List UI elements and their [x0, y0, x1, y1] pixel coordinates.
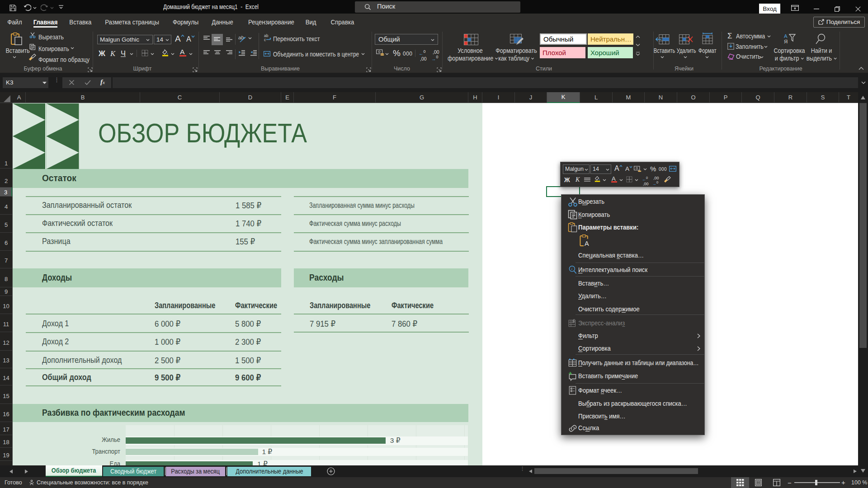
- svg-text:Я: Я: [784, 39, 788, 44]
- svg-text:А: А: [585, 240, 589, 247]
- svg-text:c: c: [264, 38, 266, 42]
- svg-text:А: А: [784, 33, 788, 39]
- svg-text:i: i: [571, 267, 573, 271]
